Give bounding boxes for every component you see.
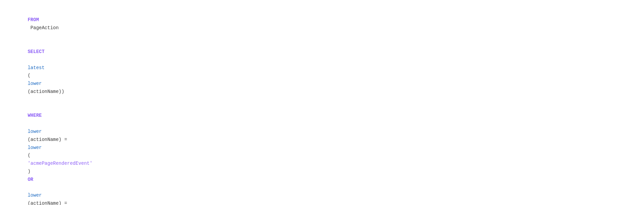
table-name: PageAction — [28, 25, 58, 31]
action-name-1: (actionName)) — [28, 89, 64, 94]
string-acme: 'acmePageRenderedEvent' — [28, 161, 92, 166]
select-space — [28, 57, 30, 62]
keyword-where: WHERE — [28, 113, 42, 118]
fn-lower-2: lower — [28, 129, 42, 134]
code-block[interactable]: FROM PageAction SELECT latest ( lower (a… — [11, 8, 633, 205]
where-eq-2: (actionName) = — [28, 201, 70, 205]
keyword-select: SELECT — [28, 49, 44, 54]
keyword-from: FROM — [28, 17, 39, 22]
code-line-3: WHERE lower (actionName) = lower ( 'acme… — [11, 104, 633, 205]
or-space — [28, 185, 30, 190]
keyword-or: OR — [28, 177, 33, 182]
fn-latest: latest — [28, 65, 44, 70]
query-editor-section: FROM PageAction SELECT latest ( lower (a… — [0, 0, 644, 205]
fn-lower-4: lower — [28, 193, 42, 198]
code-line-2: SELECT latest ( lower (actionName)) — [11, 40, 633, 104]
where-eq-1: (actionName) = — [28, 137, 70, 142]
where-space — [28, 121, 30, 126]
paren-close-2: ) — [28, 169, 33, 174]
paren-open: ( — [28, 73, 30, 78]
fn-lower-1: lower — [28, 81, 42, 86]
paren-open-2: ( — [28, 153, 30, 158]
fn-lower-3: lower — [28, 145, 42, 150]
code-line-1: FROM PageAction — [11, 8, 633, 40]
